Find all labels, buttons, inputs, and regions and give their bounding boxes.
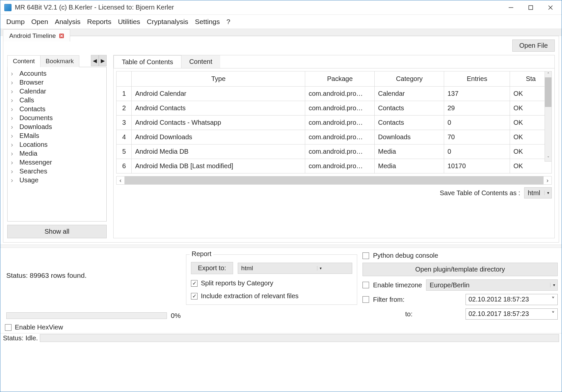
window-minimize-button[interactable] <box>501 1 521 14</box>
menu-cryptanalysis[interactable]: Cryptanalysis <box>144 16 192 27</box>
menu-open[interactable]: Open <box>28 16 51 27</box>
vertical-scrollbar[interactable]: ˄ ˅ <box>545 71 552 162</box>
tree-item-locations[interactable]: ›Locations <box>8 140 106 149</box>
right-tab-toc[interactable]: Table of Contents <box>114 55 181 68</box>
cell-entries: 10170 <box>444 159 510 173</box>
col-package-header[interactable]: Package <box>305 71 375 87</box>
tree-item-usage[interactable]: ›Usage <box>8 176 106 185</box>
cell-package: com.android.pro… <box>305 87 375 101</box>
bottom-panel: Status: 89963 rows found. 0% Report Expo… <box>0 250 562 322</box>
timezone-select[interactable]: Europe/Berlin ▾ <box>426 279 558 291</box>
col-entries-header[interactable]: Entries <box>444 71 510 87</box>
tree-item-calendar[interactable]: ›Calendar <box>8 87 106 96</box>
tab-scroll-left-button[interactable]: ◀ <box>91 55 99 66</box>
cell-category: Contacts <box>375 101 444 116</box>
filter-from-input[interactable]: 02.10.2012 18:57:23 ˅ <box>466 294 558 305</box>
doc-tab-android-timeline[interactable]: Android Timeline <box>3 29 70 41</box>
tree-item-calls[interactable]: ›Calls <box>8 96 106 105</box>
chevron-right-icon: › <box>11 159 16 166</box>
report-groupbox: Report Export to: html ▾ Split reports b… <box>186 254 357 320</box>
progress-percent: 0% <box>171 312 181 320</box>
open-file-button[interactable]: Open File <box>512 39 555 52</box>
svg-rect-1 <box>529 6 533 10</box>
timezone-value: Europe/Berlin <box>426 281 550 289</box>
menu-utilities[interactable]: Utilities <box>115 16 144 27</box>
right-tab-content[interactable]: Content <box>181 55 220 68</box>
filter-from-checkbox[interactable] <box>362 296 369 303</box>
toc-table-wrap: Type Package Category Entries Sta 1 Andr… <box>114 68 554 176</box>
horizontal-scrollbar[interactable]: ‹ › <box>116 176 552 185</box>
filter-to-value: 02.10.2017 18:57:23 <box>468 310 529 318</box>
table-row[interactable]: 1 Android Calendar com.android.pro… Cale… <box>117 87 552 101</box>
export-format-select[interactable]: html ▾ <box>238 263 352 274</box>
minimize-icon <box>508 5 514 11</box>
chevron-down-icon: ˅ <box>551 296 555 303</box>
toc-table[interactable]: Type Package Category Entries Sta 1 Andr… <box>116 71 552 173</box>
cell-entries: 137 <box>444 87 510 101</box>
save-toc-format-select[interactable]: html ▾ <box>524 187 552 198</box>
cell-type: Android Calendar <box>132 87 305 101</box>
content-tree[interactable]: ›Accounts ›Browser ›Calendar ›Calls ›Con… <box>7 67 107 222</box>
cell-package: com.android.pro… <box>305 159 375 173</box>
tree-item-searches[interactable]: ›Searches <box>8 167 106 176</box>
hscroll-thumb[interactable] <box>124 176 451 184</box>
chevron-down-icon: ˅ <box>551 310 555 318</box>
enable-timezone-checkbox[interactable] <box>362 282 369 288</box>
tree-item-downloads[interactable]: ›Downloads <box>8 122 106 131</box>
splitter-bar[interactable] <box>0 245 562 248</box>
menu-analysis[interactable]: Analysis <box>51 16 84 27</box>
chevron-right-icon: › <box>11 79 16 86</box>
status-rows-found: Status: 89963 rows found. <box>6 272 181 279</box>
menu-dump[interactable]: Dump <box>3 16 28 27</box>
tree-item-messenger[interactable]: ›Messenger <box>8 158 106 167</box>
tree-item-documents[interactable]: ›Documents <box>8 114 106 122</box>
tree-item-label: Messenger <box>19 159 52 166</box>
toolbar-strip: Android Timeline <box>0 29 562 36</box>
window-close-button[interactable] <box>541 1 560 14</box>
left-tab-content[interactable]: Content <box>7 55 40 67</box>
table-row[interactable]: 6 Android Media DB [Last modified] com.a… <box>117 159 552 173</box>
python-debug-checkbox[interactable] <box>362 252 369 259</box>
menu-reports[interactable]: Reports <box>84 16 115 27</box>
window-maximize-button[interactable] <box>521 1 541 14</box>
show-all-button[interactable]: Show all <box>7 225 107 238</box>
filter-from-label: Filter from: <box>373 296 413 303</box>
close-icon <box>548 5 553 11</box>
chevron-right-icon: › <box>11 150 16 157</box>
split-reports-checkbox[interactable] <box>191 280 198 287</box>
left-tab-bookmark[interactable]: Bookmark <box>40 55 80 67</box>
scroll-thumb[interactable] <box>545 77 551 107</box>
cell-package: com.android.pro… <box>305 116 375 130</box>
enable-hexview-checkbox[interactable] <box>5 324 12 331</box>
cell-category: Downloads <box>375 130 444 144</box>
col-category-header[interactable]: Category <box>375 71 444 87</box>
right-pane: Table of Contents Content Type Package <box>113 55 555 238</box>
cell-package: com.android.pro… <box>305 130 375 144</box>
filter-from-value: 02.10.2012 18:57:23 <box>468 296 529 303</box>
filter-to-input[interactable]: 02.10.2017 18:57:23 ˅ <box>466 308 558 320</box>
menu-help[interactable]: ? <box>223 16 234 27</box>
open-plugin-dir-button[interactable]: Open plugin/template directory <box>362 263 558 276</box>
export-to-button[interactable]: Export to: <box>191 262 233 274</box>
cell-category: Media <box>375 144 444 159</box>
tree-item-accounts[interactable]: ›Accounts <box>8 69 106 78</box>
tree-item-contacts[interactable]: ›Contacts <box>8 105 106 114</box>
include-extraction-checkbox[interactable] <box>191 293 198 300</box>
tab-scroll-right-button[interactable]: ▶ <box>99 55 107 66</box>
table-row[interactable]: 4 Android Downloads com.android.pro… Dow… <box>117 130 552 144</box>
menu-settings[interactable]: Settings <box>192 16 223 27</box>
chevron-down-icon: ▾ <box>544 191 551 195</box>
col-type-header[interactable]: Type <box>132 71 305 87</box>
table-row[interactable]: 2 Android Contacts com.android.pro… Cont… <box>117 101 552 116</box>
table-row[interactable]: 5 Android Media DB com.android.pro… Medi… <box>117 144 552 159</box>
doc-tab-close-icon[interactable] <box>59 34 64 38</box>
table-row[interactable]: 3 Android Contacts - Whatsapp com.androi… <box>117 116 552 130</box>
col-rownum-header[interactable] <box>117 71 132 87</box>
tree-item-media[interactable]: ›Media <box>8 149 106 158</box>
tree-item-label: EMails <box>19 132 39 140</box>
tree-item-browser[interactable]: ›Browser <box>8 78 106 87</box>
chevron-right-icon: › <box>11 168 16 175</box>
cell-rownum: 3 <box>117 116 132 130</box>
tree-item-emails[interactable]: ›EMails <box>8 131 106 140</box>
scroll-up-icon: ˄ <box>545 71 551 77</box>
